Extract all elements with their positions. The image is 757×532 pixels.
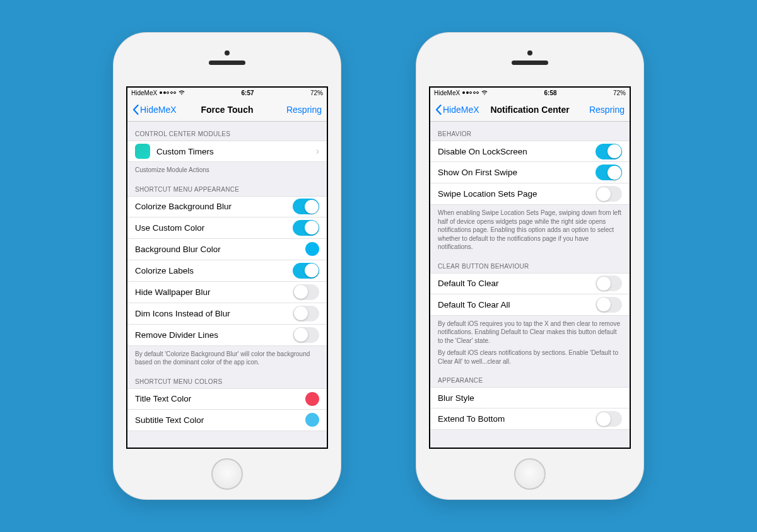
wifi-icon <box>481 90 488 96</box>
settings-content: CONTROL CENTER MODULES Custom Timers › C… <box>127 122 327 448</box>
status-time: 6:58 <box>544 90 557 96</box>
status-bar: HideMeX 6:57 72% <box>127 88 327 98</box>
section-header-appearance: SHORTCUT MENU APPEARANCE <box>127 177 327 196</box>
row-subtitle-text-color[interactable]: Subtitle Text Color <box>127 410 327 431</box>
row-hide-wallpaper-blur[interactable]: Hide Wallpaper Blur <box>127 282 327 303</box>
row-default-clear[interactable]: Default To Clear <box>430 273 630 294</box>
switch-remove-divider[interactable] <box>293 327 319 343</box>
switch-dim-icons[interactable] <box>293 306 319 321</box>
row-colorize-labels[interactable]: Colorize Labels <box>127 260 327 282</box>
row-remove-divider[interactable]: Remove Divider Lines <box>127 325 327 346</box>
back-label: HideMeX <box>140 105 177 115</box>
status-bar: HideMeX 6:58 72% <box>430 88 630 98</box>
phone-right: HideMeX 6:58 72% HideMeX Notification Ce… <box>416 33 643 499</box>
status-battery: 72% <box>613 90 626 96</box>
screen-force-touch: HideMeX 6:57 72% HideMeX Force Touch Res… <box>126 86 328 449</box>
section-header-modules: CONTROL CENTER MODULES <box>127 122 327 141</box>
switch-colorize-labels[interactable] <box>293 263 319 279</box>
row-use-custom-color[interactable]: Use Custom Color <box>127 217 327 239</box>
chevron-right-icon: › <box>316 146 319 157</box>
row-label: Disable On LockScreen <box>438 147 527 156</box>
row-label: Remove Divider Lines <box>135 330 218 340</box>
home-button[interactable] <box>514 458 546 490</box>
row-label: Blur Style <box>438 393 474 403</box>
section-header-colors: SHORTCUT MENU COLORS <box>127 369 327 388</box>
row-show-first-swipe[interactable]: Show On First Swipe <box>430 162 630 183</box>
row-label: Title Text Color <box>135 394 191 403</box>
page-title: Notification Center <box>490 105 569 115</box>
phone-speaker <box>512 61 548 65</box>
row-blur-style[interactable]: Blur Style <box>430 387 630 408</box>
chevron-left-icon <box>132 105 139 115</box>
section-header-behavior: BEHAVIOR <box>430 122 630 141</box>
row-label: Extend To Bottom <box>438 414 505 424</box>
row-colorize-bg-blur[interactable]: Colorize Background Blur <box>127 196 327 217</box>
switch-default-clear-all[interactable] <box>596 297 622 313</box>
color-swatch[interactable] <box>305 413 319 427</box>
carrier-label: HideMeX <box>434 90 460 96</box>
row-custom-timers[interactable]: Custom Timers › <box>127 141 327 162</box>
row-label: Swipe Location Sets Page <box>438 189 537 199</box>
nav-bar: HideMeX Notification Center Respring <box>430 98 630 122</box>
row-label: Background Blur Color <box>135 245 221 254</box>
row-label: Show On First Swipe <box>438 168 517 177</box>
color-swatch[interactable] <box>305 242 319 256</box>
switch-use-custom[interactable] <box>293 220 319 236</box>
section-footer-appearance: By default 'Colorize Background Blur' wi… <box>127 346 327 369</box>
row-label: Hide Wallpaper Blur <box>135 287 211 297</box>
switch-colorize-bg[interactable] <box>293 199 319 214</box>
respring-button[interactable]: Respring <box>286 105 322 115</box>
switch-first-swipe[interactable] <box>596 165 622 180</box>
chevron-left-icon <box>435 105 442 115</box>
section-header-appearance: APPEARANCE <box>430 368 630 387</box>
section-footer-modules: Customize Module Actions <box>127 162 327 177</box>
row-label: Dim Icons Instead of Blur <box>135 309 230 318</box>
row-disable-lockscreen[interactable]: Disable On LockScreen <box>430 141 630 162</box>
page-title: Force Touch <box>201 105 254 115</box>
custom-timers-icon <box>135 144 150 159</box>
section-header-clear: CLEAR BUTTON BEHAVIOUR <box>430 254 630 273</box>
section-footer-clear1: By default iOS requires you to tap the X… <box>430 316 630 348</box>
back-label: HideMeX <box>443 105 479 115</box>
switch-disable-lockscreen[interactable] <box>596 144 622 159</box>
row-title-text-color[interactable]: Title Text Color <box>127 388 327 410</box>
row-dim-icons[interactable]: Dim Icons Instead of Blur <box>127 303 327 325</box>
phone-camera <box>225 50 230 55</box>
row-label: Colorize Labels <box>135 266 194 275</box>
switch-swipe-location[interactable] <box>596 186 622 202</box>
nav-bar: HideMeX Force Touch Respring <box>127 98 327 122</box>
section-footer-behavior: When enabling Swipe Location Sets Page, … <box>430 205 630 254</box>
carrier-label: HideMeX <box>131 90 157 96</box>
phone-left: HideMeX 6:57 72% HideMeX Force Touch Res… <box>114 33 341 499</box>
respring-button[interactable]: Respring <box>589 105 625 115</box>
signal-dots-icon <box>462 91 479 94</box>
row-label: Use Custom Color <box>135 223 204 233</box>
status-battery: 72% <box>310 90 323 96</box>
signal-dots-icon <box>160 91 176 94</box>
row-bg-blur-color[interactable]: Background Blur Color <box>127 239 327 260</box>
section-footer-clear2: By default iOS clears notifications by s… <box>430 347 630 368</box>
status-time: 6:57 <box>242 90 254 96</box>
wifi-icon <box>179 90 185 96</box>
phone-camera <box>527 50 532 55</box>
screen-notification-center: HideMeX 6:58 72% HideMeX Notification Ce… <box>429 86 631 449</box>
switch-default-clear[interactable] <box>596 275 622 291</box>
phone-speaker <box>209 61 245 65</box>
settings-content: BEHAVIOR Disable On LockScreen Show On F… <box>430 122 630 448</box>
row-swipe-location[interactable]: Swipe Location Sets Page <box>430 183 630 205</box>
row-label: Default To Clear All <box>438 300 510 309</box>
color-swatch[interactable] <box>305 392 319 406</box>
back-button[interactable]: HideMeX <box>435 105 479 115</box>
row-label: Default To Clear <box>438 279 499 288</box>
row-label: Colorize Background Blur <box>135 202 232 211</box>
row-label: Subtitle Text Color <box>135 415 204 425</box>
switch-extend-bottom[interactable] <box>596 411 622 427</box>
row-extend-bottom[interactable]: Extend To Bottom <box>430 408 630 430</box>
home-button[interactable] <box>211 458 243 490</box>
row-default-clear-all[interactable]: Default To Clear All <box>430 294 630 316</box>
back-button[interactable]: HideMeX <box>132 105 177 115</box>
row-label: Custom Timers <box>156 147 214 156</box>
switch-hide-wallpaper[interactable] <box>293 284 319 300</box>
